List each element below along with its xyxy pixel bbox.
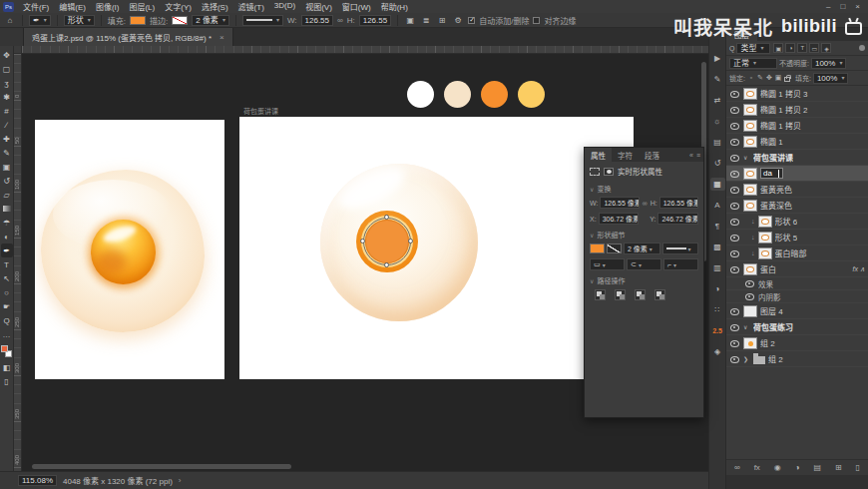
layer-thumbnail[interactable] bbox=[743, 168, 757, 180]
visibility-eye-icon[interactable] bbox=[729, 353, 740, 365]
stroke-width-field[interactable]: 2 像素 bbox=[192, 15, 229, 26]
layer-thumbnail[interactable] bbox=[753, 356, 765, 364]
layer-row[interactable]: ↓ 形状 5 bbox=[726, 230, 868, 245]
layer-name[interactable]: 蛋黄深色 bbox=[760, 200, 792, 211]
layer-row[interactable]: 椭圆 1 拷贝 3 bbox=[726, 86, 868, 102]
layer-name[interactable]: 椭圆 1 拷贝 bbox=[760, 120, 801, 131]
x-field[interactable]: 306.72 像素 bbox=[599, 213, 640, 225]
visibility-eye-icon[interactable] bbox=[729, 88, 740, 100]
type-tool[interactable]: T bbox=[1, 257, 13, 271]
shape-path-outline[interactable] bbox=[363, 218, 411, 265]
marquee-tool[interactable]: ▢ bbox=[1, 62, 13, 76]
zoom-tool[interactable]: Q bbox=[1, 313, 13, 327]
align-edges-checkbox[interactable] bbox=[533, 17, 540, 24]
group-toggle-icon[interactable]: ∨ bbox=[743, 154, 750, 161]
maximize-button[interactable]: □ bbox=[840, 2, 845, 11]
color-swatch[interactable] bbox=[481, 81, 508, 108]
new-layer-button[interactable]: ⊞ bbox=[835, 463, 842, 472]
stroke-caps-select[interactable]: ⊂ bbox=[627, 258, 661, 270]
stroke-align-select[interactable]: ▭ bbox=[590, 258, 625, 270]
lock-artboard-icon[interactable]: ▣ bbox=[774, 74, 782, 82]
layer-thumbnail[interactable] bbox=[743, 305, 757, 317]
anchor-point[interactable] bbox=[384, 215, 389, 220]
visibility-eye-icon[interactable] bbox=[729, 152, 740, 164]
visibility-eye-icon[interactable] bbox=[729, 184, 740, 196]
layer-row[interactable]: 组 2 bbox=[726, 335, 868, 351]
fill-color-swatch[interactable] bbox=[130, 16, 146, 25]
filter-pixel-layers-icon[interactable]: ▣ bbox=[773, 43, 783, 53]
glyphs-panel-icon[interactable]: ∷ bbox=[710, 303, 725, 316]
path-operations-section-header[interactable]: 路径操作 bbox=[585, 272, 703, 286]
home-icon[interactable]: ⌂ bbox=[4, 16, 16, 25]
layer-thumbnail[interactable] bbox=[743, 120, 757, 132]
fill-color-swatch[interactable] bbox=[590, 244, 605, 253]
status-chevron-icon[interactable]: › bbox=[179, 476, 182, 485]
shape-width-field[interactable]: 126.55 bbox=[301, 15, 333, 26]
close-button[interactable]: × bbox=[855, 2, 860, 11]
healing-brush-tool[interactable]: ✚ bbox=[1, 132, 13, 146]
layer-name[interactable]: 椭圆 1 拷贝 3 bbox=[760, 88, 808, 99]
layer-thumbnail[interactable] bbox=[758, 247, 772, 259]
visibility-eye-icon[interactable] bbox=[729, 305, 740, 317]
lock-transparent-icon[interactable]: ▫ bbox=[747, 74, 755, 82]
delete-layer-button[interactable]: ▯ bbox=[856, 463, 860, 472]
layer-thumbnail[interactable] bbox=[743, 200, 757, 212]
layer-name[interactable]: da bbox=[760, 168, 783, 179]
actions-panel-icon[interactable]: ▶ bbox=[710, 52, 725, 65]
menu-item[interactable]: 文字(Y) bbox=[160, 1, 197, 12]
layer-thumbnail[interactable] bbox=[743, 337, 757, 349]
visibility-eye-icon[interactable] bbox=[729, 263, 740, 275]
collapse-panel-icon[interactable]: « bbox=[689, 152, 693, 159]
menu-item[interactable]: 图层(L) bbox=[124, 1, 160, 12]
layer-name[interactable]: 内阴影 bbox=[758, 291, 781, 302]
panel-tab[interactable]: 段落 bbox=[639, 148, 665, 162]
layer-name[interactable]: 蛋白暗部 bbox=[775, 247, 807, 258]
menu-item[interactable]: 滤镜(T) bbox=[233, 1, 269, 12]
intersect-shapes-button[interactable] bbox=[635, 289, 646, 300]
layer-thumbnail[interactable] bbox=[743, 184, 757, 196]
anchor-point[interactable] bbox=[360, 239, 365, 244]
menu-item[interactable]: 文件(F) bbox=[18, 1, 54, 12]
artboard-label[interactable]: 荷包蛋讲课 bbox=[243, 106, 278, 116]
group-toggle-icon[interactable]: ∨ bbox=[743, 323, 750, 330]
foreground-color-swatch[interactable] bbox=[1, 345, 8, 352]
brush-settings-panel-icon[interactable]: ✎ bbox=[710, 73, 725, 86]
properties-panel-icon[interactable]: ▦ bbox=[710, 178, 725, 191]
artboard-working[interactable] bbox=[239, 117, 634, 379]
lock-all-icon[interactable] bbox=[784, 77, 790, 82]
layer-row[interactable]: ↓ 蛋白暗部 bbox=[726, 245, 868, 261]
tool-preset-dropdown[interactable]: ✒ bbox=[29, 15, 51, 26]
close-document-icon[interactable]: × bbox=[219, 33, 224, 42]
blend-mode-dropdown[interactable]: 正常 bbox=[729, 58, 777, 69]
quick-mask-button[interactable]: ◧ bbox=[1, 360, 13, 374]
layer-row[interactable]: 图层 4 bbox=[726, 303, 868, 319]
horizontal-scrollbar[interactable] bbox=[32, 464, 291, 469]
new-group-button[interactable]: ▤ bbox=[813, 463, 821, 472]
crop-tool[interactable]: # bbox=[1, 104, 13, 118]
menu-item[interactable]: 窗口(W) bbox=[337, 1, 376, 12]
visibility-eye-icon[interactable] bbox=[729, 321, 740, 333]
layer-name[interactable]: 组 2 bbox=[760, 337, 775, 348]
filter-type-dropdown[interactable]: 类型 bbox=[736, 43, 770, 54]
visibility-eye-icon[interactable] bbox=[729, 120, 740, 132]
visibility-eye-icon[interactable] bbox=[729, 200, 740, 212]
gradient-tool[interactable] bbox=[1, 202, 13, 216]
panel-menu-icon[interactable]: ≡ bbox=[696, 152, 700, 159]
subtract-front-shape-button[interactable] bbox=[615, 289, 626, 300]
swatches-panel-icon[interactable]: ▩ bbox=[710, 241, 725, 253]
clone-stamp-tool[interactable]: ▣ bbox=[1, 160, 13, 174]
layer-row[interactable]: 蛋黄亮色 bbox=[726, 182, 868, 198]
layer-row[interactable]: da bbox=[726, 166, 868, 182]
visibility-eye-icon[interactable] bbox=[729, 232, 740, 244]
layer-name[interactable]: 荷包蛋讲课 bbox=[753, 152, 793, 163]
panel-tab[interactable]: 字符 bbox=[612, 148, 639, 162]
lasso-tool[interactable]: ʒ bbox=[1, 76, 13, 90]
layer-row[interactable]: ↓ 形状 6 bbox=[726, 214, 868, 230]
adjustments-panel-icon[interactable]: ◑ bbox=[710, 282, 725, 295]
menu-item[interactable]: 选择(S) bbox=[197, 1, 233, 12]
layer-row[interactable]: ❯ 组 2 bbox=[726, 351, 868, 367]
plugins-panel-icon[interactable]: ◈ bbox=[710, 345, 725, 358]
layer-thumbnail[interactable] bbox=[743, 104, 757, 116]
pen-tool[interactable]: ✒ bbox=[1, 244, 13, 257]
link-layers-button[interactable]: ∞ bbox=[734, 463, 740, 472]
